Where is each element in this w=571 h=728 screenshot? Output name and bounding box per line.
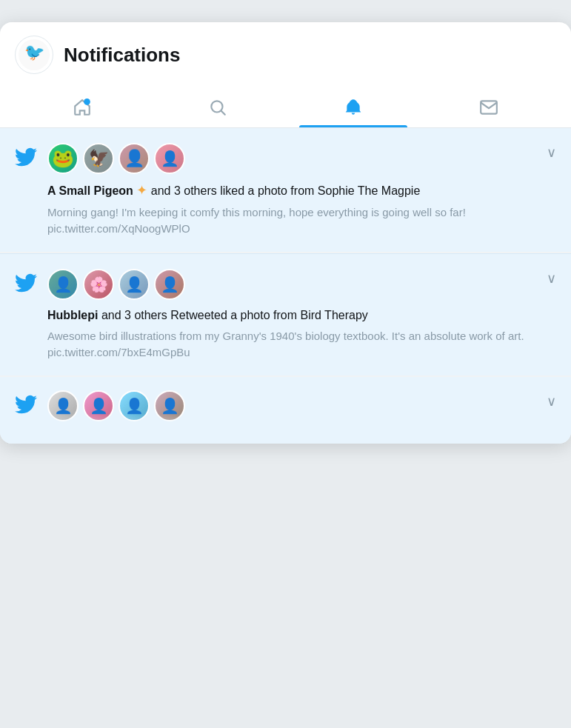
notification-item-2: 👤 🌸 👤 👤 Hubblepi and 3 others Retweeted …: [0, 253, 571, 375]
avatar-row-2: 👤 🌸 👤 👤: [47, 269, 556, 300]
avatar-6: 🌸: [83, 269, 114, 300]
expand-button-2[interactable]: ∨: [544, 267, 559, 290]
notification-item-3: 👤 👤 👤 👤 ∨: [0, 377, 571, 444]
avatar-4: 👤: [154, 143, 185, 174]
notif-content-1: 🐸 🦅 👤 👤 A Small Pigeon ✦ and 3 ot: [47, 143, 556, 237]
notif-text-2: Hubblepi and 3 others Retweeted a photo …: [47, 307, 556, 324]
notif-preview-2: Awesome bird illustrations from my Grann…: [47, 328, 556, 361]
notif-text-1: A Small Pigeon ✦ and 3 others liked a ph…: [47, 181, 556, 200]
avatar-1: 🐸: [47, 143, 79, 174]
retweet-twitter-icon: [15, 272, 37, 297]
notif-preview-1: Morning gang! I'm keeping it comfy this …: [47, 204, 556, 237]
expand-button-3[interactable]: ∨: [544, 390, 559, 413]
nav-tabs: [15, 87, 556, 127]
notif-content-2: 👤 🌸 👤 👤 Hubblepi and 3 others Retweeted …: [47, 269, 556, 361]
tab-search[interactable]: [150, 87, 286, 127]
notif-action-2: and 3 others Retweeted a photo from Bird…: [101, 309, 368, 321]
svg-text:🐦: 🐦: [24, 42, 45, 62]
tab-messages[interactable]: [421, 87, 556, 127]
tab-notifications[interactable]: [286, 87, 421, 127]
like-icon: [15, 146, 37, 171]
notif-user-2: Hubblepi: [47, 309, 98, 321]
svg-point-2: [84, 98, 91, 105]
expand-button-1[interactable]: ∨: [544, 141, 559, 164]
tab-home[interactable]: [15, 87, 150, 127]
header: 🐦 Notifications: [0, 22, 571, 128]
avatar-7: 👤: [118, 269, 150, 300]
fade-overlay: [0, 414, 571, 444]
notification-item-1: 🐸 🦅 👤 👤 A Small Pigeon ✦ and 3 ot: [0, 128, 571, 252]
avatar-row-1: 🐸 🦅 👤 👤: [47, 143, 556, 174]
notification-list: 🐸 🦅 👤 👤 A Small Pigeon ✦ and 3 ot: [0, 128, 571, 444]
notif-action-1: and 3 others liked a photo from Sophie T…: [151, 184, 421, 197]
avatar-3: 👤: [118, 143, 150, 174]
svg-line-4: [221, 111, 225, 115]
page-title: Notifications: [64, 44, 180, 67]
avatar-2: 🦅: [83, 143, 114, 174]
avatar-5: 👤: [47, 269, 79, 300]
app-logo: 🐦: [15, 36, 53, 74]
notif-user-1: A Small Pigeon: [47, 184, 133, 197]
sparkle-icon-1: ✦: [136, 181, 147, 200]
avatar-8: 👤: [154, 269, 185, 300]
phone-container: 🐦 Notifications: [0, 22, 571, 444]
